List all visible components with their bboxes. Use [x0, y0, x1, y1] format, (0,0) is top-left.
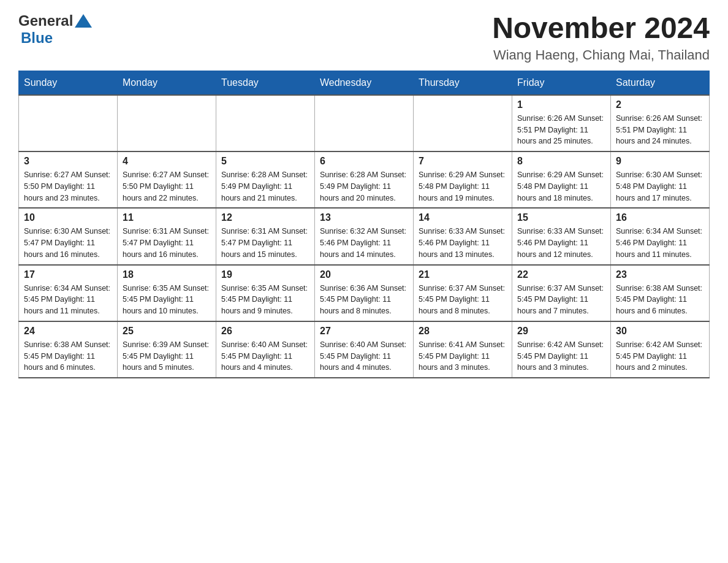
day-info: Sunrise: 6:29 AM Sunset: 5:48 PM Dayligh… [517, 169, 605, 204]
day-number: 13 [320, 212, 408, 223]
day-number: 4 [123, 156, 211, 167]
day-info: Sunrise: 6:40 AM Sunset: 5:45 PM Dayligh… [221, 339, 309, 373]
calendar-day-cell: 21Sunrise: 6:37 AM Sunset: 5:45 PM Dayli… [414, 265, 512, 321]
logo-general-text: General [18, 12, 73, 29]
calendar-week-row: 1Sunrise: 6:26 AM Sunset: 5:51 PM Daylig… [19, 95, 710, 151]
calendar-day-cell: 2Sunrise: 6:26 AM Sunset: 5:51 PM Daylig… [611, 95, 710, 151]
calendar-day-cell: 28Sunrise: 6:41 AM Sunset: 5:45 PM Dayli… [414, 321, 512, 378]
calendar-day-cell: 26Sunrise: 6:40 AM Sunset: 5:45 PM Dayli… [216, 321, 315, 378]
day-number: 29 [517, 326, 605, 337]
day-number: 18 [123, 269, 211, 280]
logo: General Blue [18, 12, 92, 47]
calendar-week-row: 24Sunrise: 6:38 AM Sunset: 5:45 PM Dayli… [19, 321, 710, 378]
logo-triangle-icon [75, 14, 92, 28]
day-number: 20 [320, 269, 408, 280]
calendar-day-cell: 3Sunrise: 6:27 AM Sunset: 5:50 PM Daylig… [19, 151, 118, 208]
day-number: 27 [320, 326, 408, 337]
calendar-day-cell: 17Sunrise: 6:34 AM Sunset: 5:45 PM Dayli… [19, 265, 118, 321]
calendar-day-cell: 29Sunrise: 6:42 AM Sunset: 5:45 PM Dayli… [512, 321, 611, 378]
title-area: November 2024 Wiang Haeng, Chiang Mai, T… [492, 12, 710, 63]
calendar-day-cell: 25Sunrise: 6:39 AM Sunset: 5:45 PM Dayli… [118, 321, 216, 378]
day-number: 23 [616, 269, 704, 280]
day-number: 30 [616, 326, 704, 337]
calendar-day-cell: 27Sunrise: 6:40 AM Sunset: 5:45 PM Dayli… [315, 321, 414, 378]
calendar-day-cell: 19Sunrise: 6:35 AM Sunset: 5:45 PM Dayli… [216, 265, 315, 321]
calendar-table: SundayMondayTuesdayWednesdayThursdayFrid… [18, 71, 710, 378]
calendar-week-row: 10Sunrise: 6:30 AM Sunset: 5:47 PM Dayli… [19, 208, 710, 264]
day-number: 22 [517, 269, 605, 280]
month-title: November 2024 [492, 12, 710, 45]
svg-marker-0 [75, 14, 92, 28]
day-info: Sunrise: 6:27 AM Sunset: 5:50 PM Dayligh… [24, 169, 112, 204]
day-info: Sunrise: 6:28 AM Sunset: 5:49 PM Dayligh… [221, 169, 309, 204]
calendar-day-cell: 15Sunrise: 6:33 AM Sunset: 5:46 PM Dayli… [512, 208, 611, 264]
day-number: 7 [419, 156, 507, 167]
day-of-week-header: Thursday [414, 71, 512, 95]
day-info: Sunrise: 6:35 AM Sunset: 5:45 PM Dayligh… [123, 283, 211, 317]
calendar-day-cell: 12Sunrise: 6:31 AM Sunset: 5:47 PM Dayli… [216, 208, 315, 264]
day-number: 5 [221, 156, 309, 167]
day-number: 25 [123, 326, 211, 337]
day-info: Sunrise: 6:31 AM Sunset: 5:47 PM Dayligh… [123, 226, 211, 260]
calendar-day-cell: 18Sunrise: 6:35 AM Sunset: 5:45 PM Dayli… [118, 265, 216, 321]
day-info: Sunrise: 6:31 AM Sunset: 5:47 PM Dayligh… [221, 226, 309, 260]
calendar-day-cell: 22Sunrise: 6:37 AM Sunset: 5:45 PM Dayli… [512, 265, 611, 321]
calendar-day-cell: 30Sunrise: 6:42 AM Sunset: 5:45 PM Dayli… [611, 321, 710, 378]
day-info: Sunrise: 6:29 AM Sunset: 5:48 PM Dayligh… [419, 169, 507, 204]
day-info: Sunrise: 6:38 AM Sunset: 5:45 PM Dayligh… [24, 339, 112, 373]
day-info: Sunrise: 6:37 AM Sunset: 5:45 PM Dayligh… [419, 283, 507, 317]
day-info: Sunrise: 6:35 AM Sunset: 5:45 PM Dayligh… [221, 283, 309, 317]
day-number: 21 [419, 269, 507, 280]
day-number: 12 [221, 212, 309, 223]
day-info: Sunrise: 6:39 AM Sunset: 5:45 PM Dayligh… [123, 339, 211, 373]
day-number: 24 [24, 326, 112, 337]
day-info: Sunrise: 6:42 AM Sunset: 5:45 PM Dayligh… [517, 339, 605, 373]
day-info: Sunrise: 6:36 AM Sunset: 5:45 PM Dayligh… [320, 283, 408, 317]
calendar-day-cell: 5Sunrise: 6:28 AM Sunset: 5:49 PM Daylig… [216, 151, 315, 208]
calendar-week-row: 3Sunrise: 6:27 AM Sunset: 5:50 PM Daylig… [19, 151, 710, 208]
day-info: Sunrise: 6:30 AM Sunset: 5:47 PM Dayligh… [24, 226, 112, 260]
day-info: Sunrise: 6:33 AM Sunset: 5:46 PM Dayligh… [517, 226, 605, 260]
day-number: 1 [517, 99, 605, 110]
day-info: Sunrise: 6:26 AM Sunset: 5:51 PM Dayligh… [517, 113, 605, 147]
calendar-day-cell: 9Sunrise: 6:30 AM Sunset: 5:48 PM Daylig… [611, 151, 710, 208]
calendar-day-cell [315, 95, 414, 151]
day-info: Sunrise: 6:34 AM Sunset: 5:45 PM Dayligh… [24, 283, 112, 317]
day-of-week-header: Monday [118, 71, 216, 95]
calendar-day-cell: 8Sunrise: 6:29 AM Sunset: 5:48 PM Daylig… [512, 151, 611, 208]
day-info: Sunrise: 6:33 AM Sunset: 5:46 PM Dayligh… [419, 226, 507, 260]
day-of-week-header: Wednesday [315, 71, 414, 95]
calendar-day-cell: 13Sunrise: 6:32 AM Sunset: 5:46 PM Dayli… [315, 208, 414, 264]
calendar-day-cell: 23Sunrise: 6:38 AM Sunset: 5:45 PM Dayli… [611, 265, 710, 321]
day-info: Sunrise: 6:37 AM Sunset: 5:45 PM Dayligh… [517, 283, 605, 317]
day-number: 11 [123, 212, 211, 223]
day-number: 28 [419, 326, 507, 337]
calendar-day-cell: 6Sunrise: 6:28 AM Sunset: 5:49 PM Daylig… [315, 151, 414, 208]
calendar-day-cell: 16Sunrise: 6:34 AM Sunset: 5:46 PM Dayli… [611, 208, 710, 264]
day-info: Sunrise: 6:41 AM Sunset: 5:45 PM Dayligh… [419, 339, 507, 373]
day-info: Sunrise: 6:32 AM Sunset: 5:46 PM Dayligh… [320, 226, 408, 260]
day-info: Sunrise: 6:42 AM Sunset: 5:45 PM Dayligh… [616, 339, 704, 373]
day-number: 17 [24, 269, 112, 280]
day-number: 9 [616, 156, 704, 167]
calendar-day-cell: 4Sunrise: 6:27 AM Sunset: 5:50 PM Daylig… [118, 151, 216, 208]
day-info: Sunrise: 6:28 AM Sunset: 5:49 PM Dayligh… [320, 169, 408, 204]
location-subtitle: Wiang Haeng, Chiang Mai, Thailand [492, 47, 710, 63]
day-number: 10 [24, 212, 112, 223]
day-number: 19 [221, 269, 309, 280]
calendar-day-cell: 10Sunrise: 6:30 AM Sunset: 5:47 PM Dayli… [19, 208, 118, 264]
day-info: Sunrise: 6:34 AM Sunset: 5:46 PM Dayligh… [616, 226, 704, 260]
day-of-week-header: Sunday [19, 71, 118, 95]
calendar-day-cell: 11Sunrise: 6:31 AM Sunset: 5:47 PM Dayli… [118, 208, 216, 264]
logo-blue-text: Blue [21, 29, 53, 46]
calendar-day-cell [118, 95, 216, 151]
calendar-day-cell: 20Sunrise: 6:36 AM Sunset: 5:45 PM Dayli… [315, 265, 414, 321]
calendar-day-cell [19, 95, 118, 151]
day-number: 8 [517, 156, 605, 167]
day-number: 6 [320, 156, 408, 167]
day-info: Sunrise: 6:30 AM Sunset: 5:48 PM Dayligh… [616, 169, 704, 204]
day-number: 2 [616, 99, 704, 110]
calendar-week-row: 17Sunrise: 6:34 AM Sunset: 5:45 PM Dayli… [19, 265, 710, 321]
calendar-day-cell [414, 95, 512, 151]
day-info: Sunrise: 6:40 AM Sunset: 5:45 PM Dayligh… [320, 339, 408, 373]
